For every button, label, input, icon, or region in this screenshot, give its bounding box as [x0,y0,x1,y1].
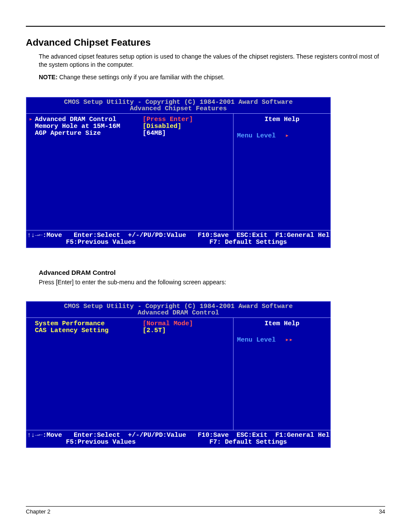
page-number: 34 [379,508,385,515]
bios-option-name: System Performance [35,320,143,327]
bios-key-footer: ↑↓→←:Move Enter:Select +/-/PU/PD:Value F… [26,430,330,448]
bios-option-row[interactable]: ▸Advanced DRAM Control[Press Enter] [29,116,230,123]
item-help-title: Item Help [237,116,327,123]
intro-paragraph: The advanced cipset features setup optio… [39,53,385,69]
page-title: Advanced Chipset Features [26,37,385,48]
subsection-title: Advanced DRAM Control [39,269,385,276]
bios-option-row[interactable]: ▸Memory Hole at 15M-16M[Disabled] [29,123,230,130]
bios-option-name: Advanced DRAM Control [35,116,143,123]
bios-option-name: AGP Aperture Size [35,130,143,137]
footer-line-1: ↑↓→←:Move Enter:Select +/-/PU/PD:Value F… [27,232,330,239]
bios-option-row[interactable]: ▸System Performance[Normal Mode] [29,320,230,327]
bios-key-footer: ↑↓→←:Move Enter:Select +/-/PU/PD:Value F… [26,230,330,248]
intro-block: The advanced cipset features setup optio… [39,53,385,81]
item-help-title: Item Help [237,320,327,327]
menu-level: Menu Level▸▸ [237,337,327,344]
bios-screen-dram: CMOS Setup Utility - Copyright (C) 1984-… [26,301,331,448]
footer-line-2: F5:Previous Values F7: Default Settings [27,239,287,246]
bios-option-value: [64MB] [143,130,166,137]
bios-title-line2: Advanced Chipset Features [26,106,330,112]
bios-screen-chipset: CMOS Setup Utility - Copyright (C) 1984-… [26,97,331,248]
caret-icon: ▸ [29,116,35,123]
bios-title: CMOS Setup Utility - Copyright (C) 1984-… [26,302,330,318]
menu-level-label: Menu Level [237,336,276,344]
bios-help-pane: Item Help Menu Level▸▸ [233,318,330,430]
bios-title-line1: CMOS Setup Utility - Copyright (C) 1984-… [26,303,330,310]
bios-option-name: CAS Latency Setting [35,327,143,334]
menu-level: Menu Level▸ [237,133,327,140]
bios-option-value: [Disabled] [143,123,181,130]
bios-title: CMOS Setup Utility - Copyright (C) 1984-… [26,97,330,114]
bios-option-value: [2.5T] [143,327,166,334]
chapter-label: Chapter 2 [26,508,50,515]
chevron-right-icon: ▸ [285,132,289,140]
bios-option-value: [Normal Mode] [143,320,193,327]
footer-line-2: F5:Previous Values F7: Default Settings [27,439,287,446]
note-label: NOTE: [39,74,58,81]
bios-option-row[interactable]: ▸CAS Latency Setting[2.5T] [29,327,230,334]
note-text: Change these settings only if you are fa… [58,74,225,81]
menu-level-label: Menu Level [237,132,276,140]
top-rule [26,26,385,27]
bios-help-pane: Item Help Menu Level▸ [233,114,330,230]
footer-line-1: ↑↓→←:Move Enter:Select +/-/PU/PD:Value F… [27,432,330,439]
note-paragraph: NOTE: Change these settings only if you … [39,73,385,81]
bios-title-line1: CMOS Setup Utility - Copyright (C) 1984-… [26,99,330,106]
bios-options-pane: ▸Advanced DRAM Control[Press Enter] ▸Mem… [26,114,233,230]
chevron-right-icon: ▸▸ [285,336,293,344]
bios-title-line2: Advanced DRAM Control [26,310,330,317]
bios-option-value: [Press Enter] [143,116,193,123]
subsection-desc: Press [Enter] to enter the sub-menu and … [39,279,385,286]
footer-rule [26,506,385,507]
bios-option-name: Memory Hole at 15M-16M [35,123,143,130]
page-footer: Chapter 2 34 [26,506,385,515]
bios-option-row[interactable]: ▸AGP Aperture Size[64MB] [29,130,230,137]
bios-options-pane: ▸System Performance[Normal Mode] ▸CAS La… [26,318,233,430]
